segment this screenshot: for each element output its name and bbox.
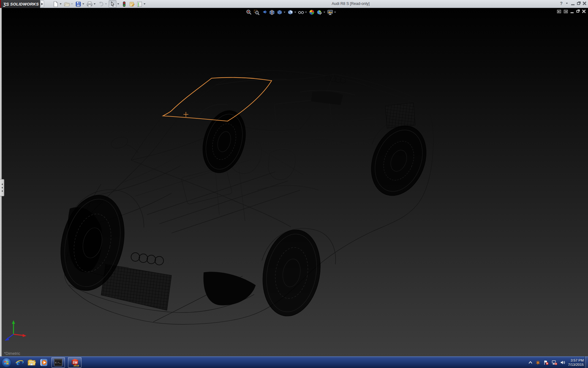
svg-text:C:\_: C:\_ [55, 361, 61, 364]
tray-app-icon[interactable] [535, 360, 541, 365]
app-restore-button[interactable] [577, 2, 580, 5]
application-window-controls: ? [560, 1, 586, 6]
taskbar-clock[interactable]: 3:57 PM 7/13/2015 [568, 358, 584, 367]
rebuild-traffic-light-icon [121, 1, 127, 7]
internet-explorer-icon[interactable]: e [15, 358, 24, 367]
splitter-arrow-icon [2, 190, 3, 192]
rebuild-button[interactable] [121, 0, 128, 8]
rear-left-wheel [256, 225, 327, 321]
command-prompt-task-button[interactable]: C:\_ [51, 357, 65, 368]
solidworks-2015-icon: SW 2015 [70, 358, 80, 367]
graphics-viewport[interactable]: *Dimetric [0, 8, 588, 356]
print-dropdown[interactable] [94, 3, 96, 5]
svg-text:SW: SW [73, 361, 78, 364]
document-restore-button[interactable] [576, 10, 579, 13]
save-floppy-icon [75, 1, 81, 7]
display-style-dropdown[interactable] [294, 12, 296, 13]
zoom-to-area-icon [253, 9, 260, 16]
help-button[interactable]: ? [560, 1, 563, 6]
file-properties-icon [129, 1, 135, 7]
collapse-panel-right-icon[interactable] [564, 10, 568, 13]
save-dropdown[interactable] [82, 3, 84, 5]
select-tool-button[interactable] [109, 0, 116, 8]
start-button[interactable] [1, 357, 12, 368]
heads-up-view-toolbar [246, 9, 337, 16]
section-view-icon [269, 9, 275, 16]
new-document-dropdown[interactable] [60, 3, 62, 5]
flyout-arrow-icon [41, 3, 43, 5]
clock-time: 3:57 PM [568, 358, 584, 362]
svg-text:e: e [17, 358, 20, 366]
zoom-to-area-button[interactable] [253, 9, 260, 16]
clock-date: 7/13/2015 [568, 362, 584, 367]
select-cursor-icon [109, 1, 116, 7]
collapse-panel-left-icon[interactable] [557, 10, 561, 13]
apply-scene-button[interactable] [316, 9, 326, 16]
options-dropdown[interactable] [144, 3, 145, 5]
view-orientation-label: *Dimetric [4, 351, 20, 356]
show-desktop-button[interactable] [585, 356, 588, 368]
hidden-icons-chevron[interactable] [528, 361, 533, 364]
display-style-cube-icon [287, 9, 294, 16]
network-status-icon[interactable] [552, 360, 557, 365]
solidworks-logo-mark: ƷS [3, 2, 9, 7]
display-style-button[interactable] [287, 9, 297, 16]
print-button[interactable] [86, 0, 97, 8]
view-orientation-cube-icon [276, 9, 283, 16]
reference-triad [2, 318, 29, 343]
wireframe-car-model[interactable] [0, 8, 588, 356]
taskbar-items: e C:\_ [1, 357, 81, 368]
options-button[interactable] [136, 0, 147, 8]
undo-button[interactable] [97, 0, 108, 8]
document-close-button[interactable] [582, 10, 586, 13]
app-close-button[interactable] [582, 2, 586, 5]
view-orientation-button[interactable] [276, 9, 286, 16]
system-tray: 3:57 PM 7/13/2015 [528, 357, 584, 368]
window-title: Audi R8 S [Read-only] [332, 2, 370, 6]
edit-appearance-button[interactable] [308, 9, 315, 16]
new-document-icon [52, 1, 59, 7]
view-settings-dropdown[interactable] [334, 12, 336, 13]
open-button[interactable] [63, 0, 74, 8]
command-prompt-icon: C:\_ [54, 358, 63, 367]
view-orientation-dropdown[interactable] [284, 12, 285, 13]
windows-explorer-icon[interactable] [27, 358, 36, 367]
new-document-button[interactable] [52, 0, 63, 8]
solidworks-logo: ƷS SOLIDWORKS [1, 0, 40, 8]
document-minimize-button[interactable] [571, 12, 574, 13]
app-minimize-button[interactable] [571, 4, 575, 5]
splitter-expand-tab[interactable] [0, 179, 4, 196]
volume-icon[interactable] [560, 360, 565, 365]
help-dropdown[interactable] [566, 3, 568, 4]
splitter-arrow-icon [2, 187, 3, 189]
previous-view-button[interactable] [261, 9, 268, 16]
solidworks-logo-text: SOLIDWORKS [10, 2, 39, 6]
splitter-arrow-icon [2, 183, 3, 185]
document-window-controls [557, 10, 586, 13]
apply-scene-dropdown[interactable] [323, 12, 325, 13]
media-player-icon[interactable] [39, 358, 48, 367]
edit-appearance-ball-icon [308, 9, 315, 16]
solidworks-task-button[interactable]: SW 2015 [68, 357, 81, 368]
crosshair-cursor [183, 112, 188, 117]
hide-show-items-dropdown[interactable] [305, 12, 307, 13]
undo-arrow-icon [98, 1, 104, 7]
front-right-wheel [196, 105, 252, 178]
standard-toolbar [52, 0, 147, 8]
hide-show-items-button[interactable] [298, 9, 307, 16]
zoom-to-fit-button[interactable] [246, 9, 252, 16]
windows-taskbar: e C:\_ [0, 356, 588, 368]
section-view-button[interactable] [269, 9, 275, 16]
file-properties-button[interactable] [128, 0, 135, 8]
menu-flyout-button[interactable] [40, 1, 44, 7]
save-button[interactable] [75, 0, 85, 8]
view-settings-monitor-icon [327, 9, 334, 16]
view-settings-button[interactable] [327, 9, 337, 16]
select-dropdown[interactable] [117, 3, 119, 5]
action-center-flag-icon[interactable] [543, 360, 549, 365]
open-dropdown[interactable] [71, 3, 73, 5]
title-bar: ƷS SOLIDWORKS [0, 0, 588, 8]
options-checklist-icon [136, 1, 143, 7]
undo-dropdown[interactable] [105, 3, 107, 5]
previous-view-icon [261, 9, 268, 16]
